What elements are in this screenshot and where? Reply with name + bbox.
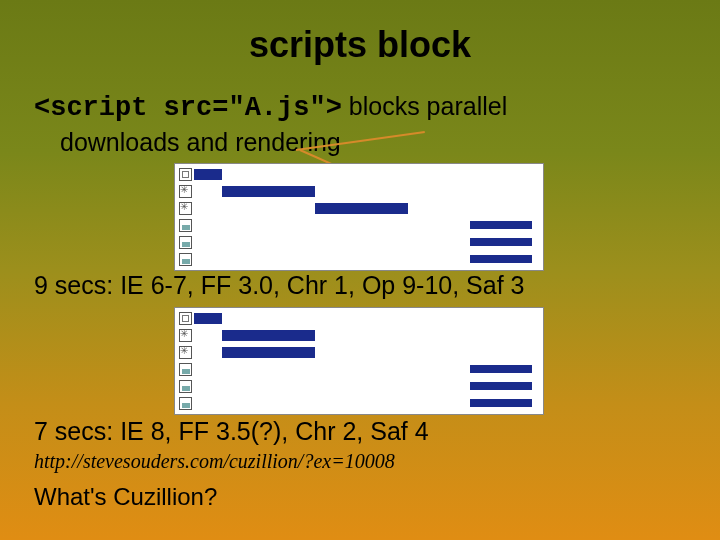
page-title: scripts block xyxy=(34,24,686,66)
doc-icon xyxy=(179,168,192,181)
table-row xyxy=(179,184,539,199)
doc-icon xyxy=(179,312,192,325)
image-icon xyxy=(179,219,192,232)
table-row xyxy=(179,362,539,377)
waterfall-box-2 xyxy=(174,307,544,415)
table-row xyxy=(179,396,539,411)
caption-1: 9 secs: IE 6-7, FF 3.0, Chr 1, Op 9-10, … xyxy=(34,269,686,302)
waterfall-chart-1 xyxy=(34,165,686,257)
intro-line-2: downloads and rendering xyxy=(34,126,686,159)
slide: scripts block <script src="A.js"> blocks… xyxy=(0,0,720,540)
table-row xyxy=(179,345,539,360)
image-icon xyxy=(179,380,192,393)
table-row xyxy=(179,311,539,326)
code-snippet: <script src="A.js"> xyxy=(34,93,342,123)
table-row xyxy=(179,218,539,233)
script-icon xyxy=(179,346,192,359)
table-row xyxy=(179,379,539,394)
waterfall-box-1 xyxy=(174,163,544,271)
table-row xyxy=(179,252,539,267)
source-url: http://stevesouders.com/cuzillion/?ex=10… xyxy=(34,450,686,473)
script-icon xyxy=(179,202,192,215)
intro-tail: blocks parallel xyxy=(342,92,507,120)
table-row xyxy=(179,328,539,343)
image-icon xyxy=(179,363,192,376)
table-row xyxy=(179,201,539,216)
script-icon xyxy=(179,329,192,342)
image-icon xyxy=(179,236,192,249)
image-icon xyxy=(179,397,192,410)
table-row xyxy=(179,167,539,182)
waterfall-chart-2 xyxy=(34,309,686,401)
image-icon xyxy=(179,253,192,266)
caption-2: 7 secs: IE 8, FF 3.5(?), Chr 2, Saf 4 xyxy=(34,415,686,448)
script-icon xyxy=(179,185,192,198)
footer-question: What's Cuzillion? xyxy=(34,483,686,511)
table-row xyxy=(179,235,539,250)
intro-line-1: <script src="A.js"> blocks parallel xyxy=(34,90,686,126)
